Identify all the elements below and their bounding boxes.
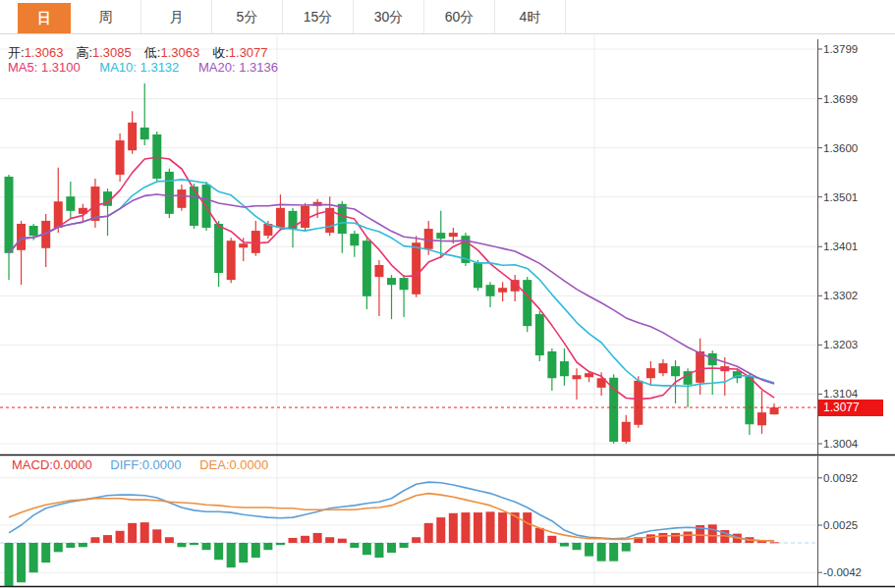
ma20-legend: MA20: 1.3136: [198, 60, 278, 75]
high-value: 1.3085: [92, 45, 132, 60]
macd-value-legend: MACD:0.0000: [12, 457, 92, 472]
tab-30min[interactable]: 30分: [354, 0, 424, 33]
dea-value-legend: DEA:0.0000: [199, 457, 268, 472]
price-axis-label: 1.3302: [823, 289, 858, 302]
price-axis-label: 1.3501: [823, 190, 858, 204]
price-axis-label: 1.3203: [823, 338, 858, 351]
tab-week[interactable]: 周: [71, 0, 141, 33]
current-price-badge: 1.3077: [818, 400, 883, 416]
timeframe-tab-bar: 日周月5分15分30分60分4时: [0, 0, 895, 34]
candlestick-chart-canvas[interactable]: [0, 0, 895, 588]
diff-value-legend: DIFF:0.0000: [110, 457, 181, 472]
price-axis-label: 1.3401: [823, 240, 858, 253]
current-price-value: 1.3077: [823, 401, 860, 414]
macd-legend: MACD:0.0000 DIFF:0.0000 DEA:0.0000: [12, 457, 283, 472]
macd-axis-label: -0.0042: [823, 565, 862, 579]
macd-axis-label: 0.0025: [823, 518, 858, 532]
price-axis-label: 1.3799: [823, 42, 858, 56]
ma-legend: MA5: 1.3100 MA10: 1.3132 MA20: 1.3136: [8, 60, 294, 75]
close-value: 1.3077: [229, 45, 268, 60]
price-axis-label: 1.3004: [823, 437, 858, 451]
tab-5min[interactable]: 5分: [212, 0, 283, 33]
macd-axis-label: 0.0092: [823, 471, 858, 485]
open-label: 开:: [8, 45, 25, 60]
tab-day[interactable]: 日: [18, 3, 71, 33]
open-value: 1.3063: [25, 45, 64, 60]
price-axis-label: 1.3600: [823, 141, 858, 155]
tab-15min[interactable]: 15分: [283, 0, 354, 33]
close-label: 收:: [212, 45, 229, 60]
tab-4hour[interactable]: 4时: [495, 0, 566, 33]
low-value: 1.3063: [160, 45, 199, 60]
low-label: 低:: [144, 45, 161, 60]
tab-60min[interactable]: 60分: [424, 0, 495, 33]
tab-month[interactable]: 月: [141, 0, 212, 33]
price-axis-label: 1.3699: [823, 92, 858, 106]
high-label: 高:: [76, 45, 92, 60]
ma10-legend: MA10: 1.3132: [99, 60, 179, 75]
kline-chart-app: 日周月5分15分30分60分4时 开:1.3063高:1.3085低:1.306…: [0, 0, 895, 588]
ma5-legend: MA5: 1.3100: [8, 60, 81, 75]
